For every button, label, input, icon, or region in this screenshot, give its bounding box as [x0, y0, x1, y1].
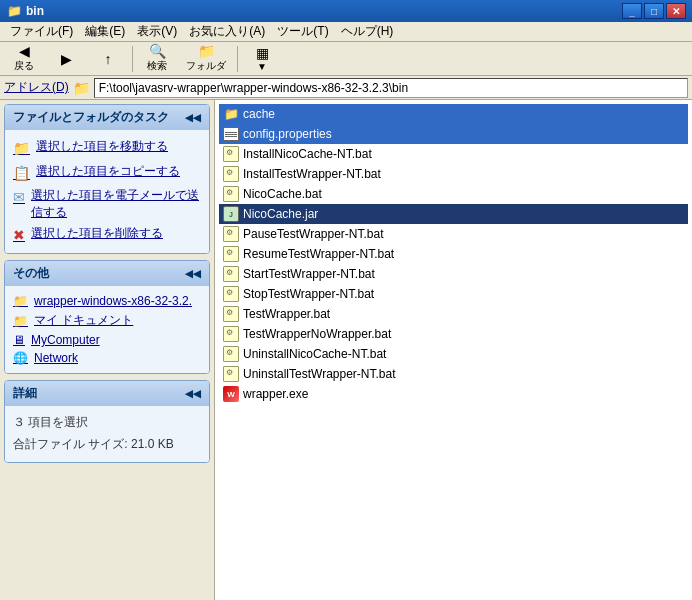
file-item-nicocache-bat[interactable]: NicoCache.bat — [219, 184, 688, 204]
file-item-nicocache-jar[interactable]: J NicoCache.jar — [219, 204, 688, 224]
file-item-pausetest[interactable]: PauseTestWrapper-NT.bat — [219, 224, 688, 244]
file-item-installnico[interactable]: InstallNicoCache-NT.bat — [219, 144, 688, 164]
dropdown-icon: ▼ — [257, 61, 267, 72]
file-name-starttest: StartTestWrapper-NT.bat — [243, 267, 375, 281]
back-button[interactable]: ◀ 戻る — [4, 41, 44, 76]
file-item-resumetest[interactable]: ResumeTestWrapper-NT.bat — [219, 244, 688, 264]
menu-view[interactable]: 表示(V) — [131, 21, 183, 42]
main-area: ファイルとフォルダのタスク ◀◀ 📁 選択した項目を移動する 📋 選択した項目を… — [0, 100, 692, 600]
delete-icon: ✖ — [13, 226, 25, 246]
file-item-wrapper-exe[interactable]: W wrapper.exe — [219, 384, 688, 404]
file-item-uninstalltest[interactable]: UninstallTestWrapper-NT.bat — [219, 364, 688, 384]
file-name-nicocache-bat: NicoCache.bat — [243, 187, 322, 201]
copy-icon: 📋 — [13, 164, 30, 184]
bat-icon-starttest — [223, 266, 239, 282]
menu-help[interactable]: ヘルプ(H) — [335, 21, 400, 42]
bat-icon-pausetest — [223, 226, 239, 242]
file-item-config[interactable]: config.properties — [219, 124, 688, 144]
detail-section: 詳細 ◀◀ ３ 項目を選択 合計ファイル サイズ: 21.0 KB — [4, 380, 210, 462]
left-panel: ファイルとフォルダのタスク ◀◀ 📁 選択した項目を移動する 📋 選択した項目を… — [0, 100, 215, 600]
menu-file[interactable]: ファイル(F) — [4, 21, 79, 42]
minimize-button[interactable]: _ — [622, 3, 642, 19]
other-item-wrapper[interactable]: 📁 wrapper-windows-x86-32-3.2. — [13, 292, 201, 310]
task-email-label: 選択した項目を電子メールで送信する — [31, 187, 201, 221]
other-folder-icon-1: 📁 — [13, 294, 28, 308]
tasks-body: 📁 選択した項目を移動する 📋 選択した項目をコピーする ✉ 選択した項目を電子… — [5, 130, 209, 253]
other-collapse-btn[interactable]: ◀◀ — [185, 268, 201, 279]
other-folder-icon-2: 📁 — [13, 314, 28, 328]
tasks-collapse-btn[interactable]: ◀◀ — [185, 112, 201, 123]
bat-icon-testwrapper — [223, 306, 239, 322]
up-button[interactable]: ↑ — [88, 49, 128, 69]
maximize-button[interactable]: □ — [644, 3, 664, 19]
tasks-section: ファイルとフォルダのタスク ◀◀ 📁 選択した項目を移動する 📋 選択した項目を… — [4, 104, 210, 254]
file-item-cache[interactable]: 📁 cache — [219, 104, 688, 124]
file-name-stoptest: StopTestWrapper-NT.bat — [243, 287, 374, 301]
network-icon: 🌐 — [13, 351, 28, 365]
menu-edit[interactable]: 編集(E) — [79, 21, 131, 42]
search-icon: 🔍 — [149, 44, 166, 58]
other-header: その他 ◀◀ — [5, 261, 209, 286]
file-name-config: config.properties — [243, 127, 332, 141]
task-delete[interactable]: ✖ 選択した項目を削除する — [13, 223, 201, 248]
move-icon: 📁 — [13, 139, 30, 159]
view-button[interactable]: ▦ ▼ — [242, 43, 282, 75]
forward-button[interactable]: ▶ — [46, 49, 86, 69]
bat-icon-uninstallnico — [223, 346, 239, 362]
search-label: 検索 — [147, 59, 167, 73]
toolbar-separator-2 — [237, 46, 238, 72]
file-item-installtest[interactable]: InstallTestWrapper-NT.bat — [219, 164, 688, 184]
file-list[interactable]: 📁 cache config.properties InstallNicoCac… — [215, 100, 692, 600]
detail-body: ３ 項目を選択 合計ファイル サイズ: 21.0 KB — [5, 406, 209, 461]
forward-icon: ▶ — [61, 52, 72, 66]
search-button[interactable]: 🔍 検索 — [137, 41, 177, 76]
menu-tools[interactable]: ツール(T) — [271, 21, 334, 42]
other-item-network-label: Network — [34, 351, 78, 365]
folders-label: フォルダ — [186, 59, 226, 73]
other-item-mycomputer[interactable]: 🖥 MyComputer — [13, 331, 201, 349]
back-label: 戻る — [14, 59, 34, 73]
bat-icon-testwrappernowrapper — [223, 326, 239, 342]
toolbar: ◀ 戻る ▶ ↑ 🔍 検索 📁 フォルダ ▦ ▼ — [0, 42, 692, 76]
back-icon: ◀ — [19, 44, 30, 58]
address-folder-icon: 📁 — [73, 80, 90, 96]
file-item-uninstallnico[interactable]: UninstallNicoCache-NT.bat — [219, 344, 688, 364]
file-item-starttest[interactable]: StartTestWrapper-NT.bat — [219, 264, 688, 284]
window-controls: _ □ ✕ — [622, 3, 686, 19]
file-name-wrapper-exe: wrapper.exe — [243, 387, 308, 401]
other-item-network[interactable]: 🌐 Network — [13, 349, 201, 367]
detail-collapse-btn[interactable]: ◀◀ — [185, 388, 201, 399]
menubar: ファイル(F) 編集(E) 表示(V) お気に入り(A) ツール(T) ヘルプ(… — [0, 22, 692, 42]
file-name-installnico: InstallNicoCache-NT.bat — [243, 147, 372, 161]
detail-size: 合計ファイル サイズ: 21.0 KB — [13, 434, 201, 456]
address-input[interactable] — [94, 78, 688, 98]
bat-icon-uninstalltest — [223, 366, 239, 382]
tasks-header: ファイルとフォルダのタスク ◀◀ — [5, 105, 209, 130]
up-icon: ↑ — [105, 52, 112, 66]
close-button[interactable]: ✕ — [666, 3, 686, 19]
titlebar: 📁 bin _ □ ✕ — [0, 0, 692, 22]
file-item-testwrappernowrapper[interactable]: TestWrapperNoWrapper.bat — [219, 324, 688, 344]
window-icon: 📁 — [6, 3, 22, 19]
task-copy[interactable]: 📋 選択した項目をコピーする — [13, 161, 201, 186]
file-item-testwrapper[interactable]: TestWrapper.bat — [219, 304, 688, 324]
properties-icon-config — [223, 126, 239, 142]
other-item-mydocs[interactable]: 📁 マイ ドキュメント — [13, 310, 201, 331]
menu-favorites[interactable]: お気に入り(A) — [183, 21, 271, 42]
task-move[interactable]: 📁 選択した項目を移動する — [13, 136, 201, 161]
file-name-nicocache-jar: NicoCache.jar — [243, 207, 318, 221]
folders-icon: 📁 — [198, 44, 215, 58]
detail-selected: ３ 項目を選択 — [13, 412, 201, 434]
address-label[interactable]: アドレス(D) — [4, 79, 69, 96]
window-title: bin — [26, 4, 44, 18]
folders-button[interactable]: 📁 フォルダ — [179, 41, 233, 76]
task-email[interactable]: ✉ 選択した項目を電子メールで送信する — [13, 185, 201, 223]
computer-icon: 🖥 — [13, 333, 25, 347]
file-item-stoptest[interactable]: StopTestWrapper-NT.bat — [219, 284, 688, 304]
other-section: その他 ◀◀ 📁 wrapper-windows-x86-32-3.2. 📁 マ… — [4, 260, 210, 374]
other-item-wrapper-label: wrapper-windows-x86-32-3.2. — [34, 294, 192, 308]
other-item-mydocs-label: マイ ドキュメント — [34, 312, 133, 329]
task-move-label: 選択した項目を移動する — [36, 138, 168, 155]
file-name-installtest: InstallTestWrapper-NT.bat — [243, 167, 381, 181]
tasks-header-label: ファイルとフォルダのタスク — [13, 109, 169, 126]
